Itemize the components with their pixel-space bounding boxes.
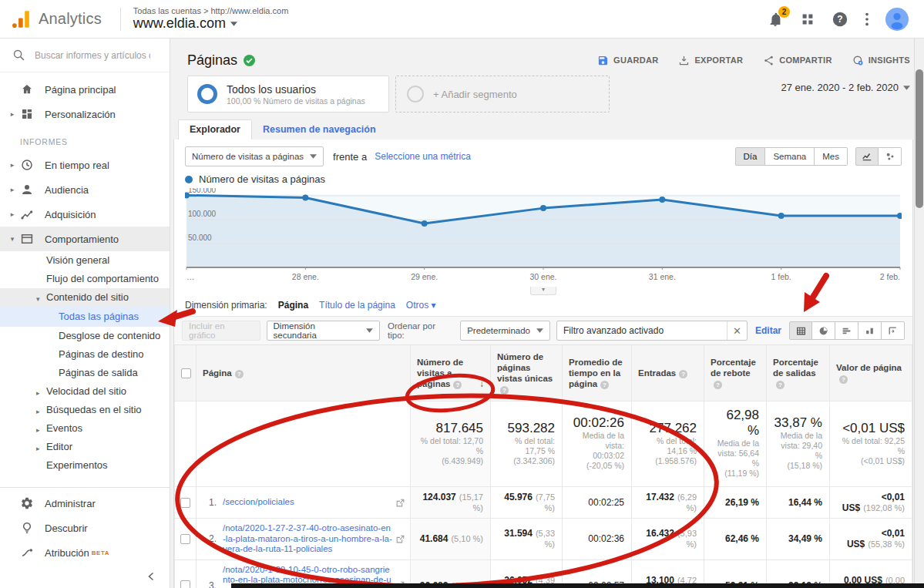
sidebar-search[interactable] (0, 39, 170, 72)
sidebar-item-busquedas-en-el-sitio[interactable]: ▸Búsquedas en el sitio (0, 401, 170, 419)
more-vertical-icon[interactable] (864, 11, 870, 28)
table-view-button[interactable] (789, 321, 812, 340)
remove-filter-icon[interactable]: ✕ (727, 321, 747, 340)
select-metric-link[interactable]: Seleccione una métrica (375, 151, 471, 162)
dimension-titulo-pagina[interactable]: Título de la página (319, 300, 395, 311)
performance-view-button[interactable] (835, 321, 858, 340)
breadcrumb[interactable]: Todas las cuentas > http://www.eldia.com (133, 6, 288, 15)
sidebar-item-audiencia[interactable]: ▸Audiencia (0, 177, 170, 202)
action-insights[interactable]: INSIGHTS (852, 55, 910, 66)
row-checkbox[interactable] (180, 498, 190, 508)
sidebar-item-paginas-de-destino[interactable]: Páginas de destino (0, 345, 170, 364)
help-icon[interactable]: ? (500, 386, 509, 395)
column-header-pagina[interactable]: Página? (197, 345, 411, 402)
sidebar-item-personalizacion[interactable]: ▸Personalización (0, 102, 170, 126)
apps-grid-icon[interactable] (799, 11, 816, 28)
help-icon[interactable]: ? (235, 370, 244, 378)
cell-tiempo: 00:02:25 (563, 487, 632, 519)
page-link[interactable]: /seccion/policiales (223, 497, 392, 508)
select-all-checkbox[interactable] (181, 368, 191, 378)
action-exportar[interactable]: EXPORTAR (678, 55, 743, 66)
sort-type-dropdown[interactable]: Predeterminado (460, 321, 550, 341)
scrollbar-thumb[interactable] (916, 69, 923, 208)
column-header-valor-de-pagina[interactable]: Valor de página? (830, 345, 912, 402)
column-header-promedio-de-tiempo-en-la-pagina[interactable]: Promedio de tiempo en la página? (563, 345, 632, 402)
help-icon[interactable]: ? (679, 370, 687, 378)
dimension-otros[interactable]: Otros ▾ (406, 300, 436, 311)
secondary-dimension-dropdown[interactable]: Dimensión secundaria (267, 321, 381, 341)
notifications-bell-icon[interactable]: 2 (767, 11, 784, 28)
percentage-view-button[interactable] (812, 321, 835, 340)
sidebar-item-paginas-de-salida[interactable]: Páginas de salida (0, 364, 170, 382)
search-input[interactable] (35, 50, 150, 61)
help-icon[interactable]: ? (600, 381, 609, 389)
sidebar-item-label: Velocidad del sitio (46, 385, 126, 397)
help-icon[interactable]: ? (714, 381, 722, 389)
column-header-porcentaje-de-rebote[interactable]: Porcentaje de rebote? (704, 345, 767, 402)
sidebar-item-experimentos[interactable]: Experimentos (0, 456, 170, 475)
help-icon[interactable]: ? (453, 381, 462, 389)
sidebar-item-en-tiempo-real[interactable]: ▸En tiempo real (0, 153, 170, 177)
row-checkbox[interactable] (180, 580, 190, 588)
row-checkbox-cell (175, 487, 197, 519)
granularity-semana[interactable]: Semana (765, 147, 815, 166)
edit-filter-link[interactable]: Editar (755, 325, 781, 336)
comparison-view-button[interactable] (858, 321, 882, 340)
page-link[interactable]: /nota/2020-1-27-2-37-40-otro-asesinato-e… (223, 523, 392, 555)
summary-page-cell (197, 402, 411, 487)
column-header-entradas[interactable]: Entradas? (632, 345, 704, 402)
chevron-down-icon (230, 22, 237, 26)
sidebar-item-todas-las-paginas[interactable]: Todas las páginas (0, 307, 170, 327)
cell-unicas-value: 31.594 (504, 528, 533, 539)
analytics-logo[interactable]: Analytics (0, 9, 116, 29)
report-actions: GUARDAREXPORTARCOMPARTIRINSIGHTS (597, 55, 910, 66)
help-icon[interactable]: ? (832, 11, 848, 28)
sidebar-item-comportamiento[interactable]: ▾Comportamiento (0, 227, 170, 251)
sidebar-item-descubrir[interactable]: Descubrir (0, 516, 170, 540)
column-header-numero-de-visitas-a-paginas[interactable]: Número de visitas a páginas?↓ (411, 345, 491, 402)
sidebar-item-label: Atribución (45, 547, 89, 559)
sidebar-item-contenido-del-sitio[interactable]: ▾Contenido del sitio (0, 288, 170, 307)
include-in-graph-button[interactable]: Incluir en gráfico (182, 321, 260, 341)
column-header-porcentaje-de-salidas[interactable]: Porcentaje de salidas? (767, 345, 830, 402)
vertical-scrollbar[interactable] (914, 39, 924, 588)
add-segment-button[interactable]: + Añadir segmento (395, 76, 610, 113)
sidebar-item-label: Página principal (45, 84, 116, 96)
action-compartir[interactable]: COMPARTIR (763, 55, 832, 66)
line-chart-button[interactable] (855, 147, 879, 166)
chevron-down-icon (310, 154, 317, 159)
avatar[interactable] (885, 8, 909, 31)
granularity-mes[interactable]: Mes (815, 147, 848, 166)
sidebar-item-administrar[interactable]: Administrar (0, 491, 170, 516)
action-guardar[interactable]: GUARDAR (597, 55, 658, 66)
metric-dropdown[interactable]: Número de visitas a páginas (185, 146, 324, 166)
date-range-selector[interactable]: 27 ene. 2020 - 2 feb. 2020 (781, 76, 910, 93)
sidebar-item-adquisicion[interactable]: ▸Adquisición (0, 202, 170, 227)
tab-resumen-navegacion[interactable]: Resumen de navegación (252, 120, 387, 139)
chart-expand-handle[interactable]: ▾ (530, 287, 556, 295)
help-icon[interactable]: ? (776, 381, 785, 389)
segment-all-users[interactable]: Todos los usuarios 100,00 % Número de vi… (187, 76, 389, 113)
customization-icon (20, 107, 34, 121)
column-header-numero-de-paginas-vistas-unicas[interactable]: Número de páginas vistas únicas? (491, 345, 563, 402)
sidebar-item-desglose-de-contenido[interactable]: Desglose de contenido (0, 327, 170, 345)
help-icon[interactable]: ? (839, 375, 848, 384)
export-icon (678, 55, 690, 66)
motion-chart-button[interactable] (879, 147, 902, 166)
external-link-icon[interactable] (395, 498, 405, 508)
sidebar-item-flujo-del-comportamiento[interactable]: Flujo del comportamiento (0, 270, 170, 288)
row-checkbox[interactable] (180, 534, 190, 544)
sidebar-item-eventos[interactable]: ▸Eventos (0, 419, 170, 438)
sidebar-item-atribucion[interactable]: AtribuciónBETA (0, 540, 170, 565)
property-switcher[interactable]: www.eldia.com (133, 15, 288, 32)
dimension-pagina[interactable]: Página (278, 300, 308, 311)
sidebar-item-editor[interactable]: ▸Editor (0, 438, 170, 456)
granularity-dia[interactable]: Día (735, 147, 766, 166)
sidebar-item-vision-general[interactable]: Visión general (0, 251, 170, 270)
sidebar-item-velocidad-del-sitio[interactable]: ▸Velocidad del sitio (0, 382, 170, 401)
collapse-sidebar-icon[interactable] (146, 572, 156, 581)
pivot-view-button[interactable] (882, 321, 905, 340)
external-link-icon[interactable] (395, 534, 405, 544)
sidebar-item-pagina-principal[interactable]: Página principal (0, 77, 170, 102)
tab-explorador[interactable]: Explorador (178, 119, 252, 139)
